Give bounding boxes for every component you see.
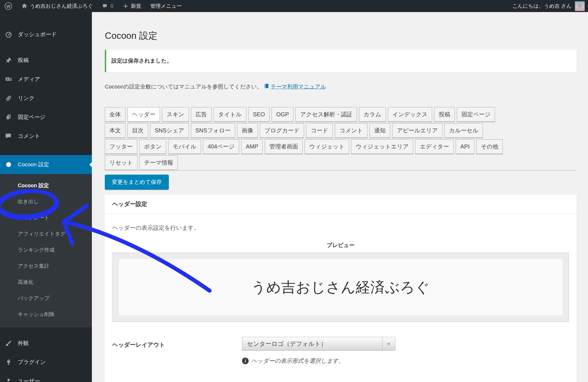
tab-skin[interactable]: スキン — [162, 107, 189, 122]
user-greeting[interactable]: こんにちは、うめ吉 さん — [512, 3, 572, 9]
sidebar-item-comments[interactable]: コメント — [0, 127, 92, 146]
tab-body[interactable]: 本文 — [105, 123, 125, 138]
tab-carousel[interactable]: カルーセル — [444, 123, 483, 138]
submenu-item-speech-balloon[interactable]: 吹き出し — [0, 194, 92, 210]
tab-code[interactable]: コード — [306, 123, 333, 138]
tab-posts[interactable]: 投稿 — [434, 107, 455, 122]
tab-reset[interactable]: リセット — [105, 155, 138, 171]
tab-button[interactable]: ボタン — [139, 139, 166, 155]
sidebar-item-plugins[interactable]: プラグイン — [0, 353, 92, 372]
sidebar-item-label: ユーザー — [18, 377, 40, 382]
manual-link[interactable]: テーマ利用マニュアル — [264, 83, 326, 90]
submenu-item-speed-up[interactable]: 高速化 — [0, 274, 92, 290]
header-layout-selected-value: センターロゴ（デフォルト） — [247, 340, 327, 348]
sidebar-item-pages[interactable]: 固定ページ — [0, 108, 92, 127]
tab-sns-follow[interactable]: SNSフォロー — [191, 123, 235, 138]
sidebar-menu-top: ダッシュボード投稿メディアリンク固定ページコメント — [0, 25, 92, 146]
tab-seo[interactable]: SEO — [248, 107, 270, 122]
tab-ads[interactable]: 広告 — [191, 107, 212, 122]
comments-menu[interactable]: 0 — [98, 0, 118, 12]
save-all-button[interactable]: 変更をまとめて保存 — [105, 175, 169, 190]
tab-header[interactable]: ヘッダー — [127, 107, 160, 122]
wordpress-logo-menu[interactable]: W — [0, 0, 17, 12]
sidebar-item-label: Cocoon 設定 — [18, 161, 49, 168]
tab-toc[interactable]: 目次 — [127, 123, 148, 138]
sidebar-item-label: プラグイン — [18, 358, 46, 366]
submenu-item-template[interactable]: テンプレート — [0, 210, 92, 226]
tab-appeal-area[interactable]: アピールエリア — [392, 123, 442, 138]
tab-blog-card[interactable]: ブログカード — [260, 123, 304, 138]
sidebar-item-dashboard[interactable]: ダッシュボード — [0, 25, 92, 44]
pin-icon — [5, 57, 13, 64]
site-name-menu[interactable]: うめ吉おじさん経済ぶろぐ — [17, 0, 98, 12]
users-icon — [5, 377, 13, 382]
tab-title[interactable]: タイトル — [214, 107, 246, 122]
media-icon — [5, 76, 13, 83]
header-layout-help: i ヘッダーの表示形式を選択します。 — [242, 357, 569, 365]
info-icon: i — [242, 358, 249, 364]
sidebar-item-cocoon-settings[interactable]: Cocoon 設定 — [0, 155, 92, 174]
submenu-item-backup[interactable]: バックアップ — [0, 290, 92, 306]
tab-amp[interactable]: AMP — [241, 139, 263, 155]
tab-notification[interactable]: 通知 — [370, 123, 390, 138]
appearance-icon — [5, 339, 13, 347]
header-preview-area: うめ吉おじさん経済ぶろぐ — [119, 259, 562, 315]
admin-bar-left: W うめ吉おじさん経済ぶろぐ 0 新規 管理メニュー — [0, 0, 186, 12]
cocoon-icon — [5, 161, 13, 168]
tab-image[interactable]: 画像 — [237, 123, 258, 138]
book-icon — [264, 83, 270, 90]
header-layout-help-text: ヘッダーの表示形式を選択します。 — [251, 357, 344, 365]
manual-link-label: テーマ利用マニュアル — [271, 83, 326, 90]
tab-access-analysis-auth[interactable]: アクセス解析・認証 — [295, 107, 357, 122]
submenu-item-cocoon-settings[interactable]: Cocoon 設定 — [0, 178, 92, 194]
manual-paragraph: Cocoonの設定全般についてはマニュアルを参照してください。 テーマ利用マニュ… — [105, 83, 577, 90]
tab-sns-share[interactable]: SNSシェア — [150, 123, 189, 138]
tab-api[interactable]: API — [456, 139, 474, 155]
header-layout-select[interactable]: センターロゴ（デフォルト） ▼ — [242, 337, 395, 351]
new-content-menu[interactable]: 新規 — [118, 0, 146, 12]
plus-icon — [123, 3, 129, 9]
sidebar-item-appearance[interactable]: 外観 — [0, 334, 92, 353]
wordpress-admin-page: { "admin_bar": { "wp_logo": "W", "site_n… — [0, 0, 588, 382]
tab-theme-info[interactable]: テーマ情報 — [140, 155, 178, 171]
header-layout-control: センターロゴ（デフォルト） ▼ i ヘッダーの表示形式を選択します。 — [242, 337, 569, 365]
submenu-item-affiliate-tag[interactable]: アフィリエイトタグ — [0, 226, 92, 242]
tab-404-page[interactable]: 404ページ — [203, 139, 239, 155]
cocoon-submenu: Cocoon 設定吹き出しテンプレートアフィリエイトタグランキング作成アクセス集… — [0, 174, 92, 327]
plugins-icon — [5, 358, 13, 366]
sidebar-item-links[interactable]: リンク — [0, 89, 92, 108]
submenu-item-ranking[interactable]: ランキング作成 — [0, 242, 92, 258]
preview-label: プレビュー — [112, 242, 569, 249]
admin-menu-item[interactable]: 管理メニュー — [146, 0, 186, 12]
tab-row: フッターボタンモバイル404ページAMP管理者画面ウィジェットウィジェットエリア… — [105, 139, 577, 155]
tab-index[interactable]: インデックス — [388, 107, 432, 122]
tab-admin-screen[interactable]: 管理者画面 — [265, 139, 303, 155]
sidebar-item-media[interactable]: メディア — [0, 70, 92, 89]
new-label: 新規 — [131, 3, 141, 9]
tab-overall[interactable]: 全体 — [105, 107, 125, 122]
sidebar-menu-active: Cocoon 設定 — [0, 155, 92, 174]
tab-footer[interactable]: フッター — [105, 139, 137, 155]
tab-mobile[interactable]: モバイル — [168, 139, 201, 155]
tab-ogp[interactable]: OGP — [272, 107, 293, 122]
submenu-item-cache-clear[interactable]: キャッシュ削除 — [0, 306, 92, 322]
tab-widget-area[interactable]: ウィジェットエリア — [351, 139, 413, 155]
tab-others[interactable]: その他 — [476, 139, 503, 155]
sidebar-item-users[interactable]: ユーザー — [0, 372, 92, 382]
preview-site-title: うめ吉おじさん経済ぶろぐ — [251, 278, 430, 297]
header-layout-label: ヘッダーレイアウト — [112, 337, 242, 349]
submenu-item-access-analytics[interactable]: アクセス集計 — [0, 258, 92, 274]
sidebar-item-label: コメント — [18, 132, 40, 140]
tab-pages[interactable]: 固定ページ — [457, 107, 495, 122]
site-name-label: うめ吉おじさん経済ぶろぐ — [30, 3, 93, 9]
tab-editor[interactable]: エディター — [415, 139, 454, 155]
tab-column[interactable]: カラム — [359, 107, 386, 122]
tab-widget[interactable]: ウィジェット — [305, 139, 349, 155]
tab-comment[interactable]: コメント — [335, 123, 368, 138]
home-icon — [21, 3, 28, 9]
header-preview-box: うめ吉おじさん経済ぶろぐ — [112, 252, 569, 322]
user-avatar[interactable] — [575, 1, 585, 11]
sidebar-spacer — [0, 146, 92, 155]
sidebar-item-posts[interactable]: 投稿 — [0, 51, 92, 70]
tab-row: リセットテーマ情報 — [105, 155, 577, 171]
